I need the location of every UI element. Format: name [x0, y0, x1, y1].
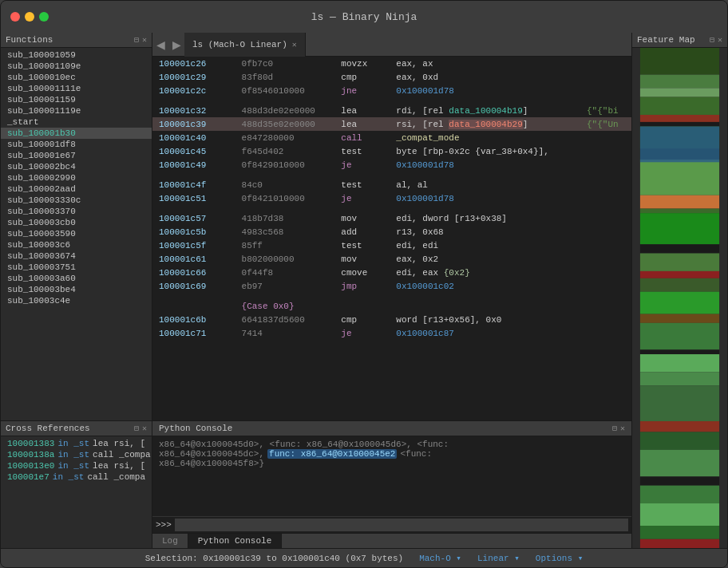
fmap-segment — [640, 97, 719, 115]
console-tab[interactable]: Log — [152, 534, 188, 548]
function-item[interactable]: sub_100003330c — [1, 195, 152, 206]
xref-item[interactable]: 10000138ain _stcall _compa — [1, 449, 152, 460]
minimize-button[interactable] — [25, 12, 34, 22]
table-row[interactable]: 100001c39 488d35e02e0000 lea rsi, [rel d… — [152, 117, 631, 131]
cell-comment — [580, 239, 631, 252]
table-row[interactable]: 100001c5f 85ff test edi, edi — [152, 239, 631, 252]
cell-comment — [580, 252, 631, 266]
functions-list[interactable]: sub_100001059sub_100001109esub_1000010ec… — [1, 48, 152, 420]
function-item[interactable]: sub_1000010ec — [1, 72, 152, 83]
xref-icon-1[interactable]: ⊟ — [134, 424, 139, 433]
function-item[interactable]: sub_100001df8 — [1, 139, 152, 150]
function-item[interactable]: sub_100002aad — [1, 183, 152, 195]
cell-ops: _compat_mode — [390, 131, 580, 144]
function-item[interactable]: sub_100001109e — [1, 61, 152, 72]
table-row[interactable]: 100001c71 7414 je 0x100001c87 — [152, 326, 631, 340]
function-item[interactable]: sub_100003370 — [1, 206, 152, 217]
table-row[interactable]: 100001c4f 84c0 test al, al — [152, 178, 631, 191]
function-item[interactable]: sub_100001111e — [1, 83, 152, 94]
functions-icon-2[interactable]: ✕ — [142, 35, 147, 45]
function-item[interactable]: sub_100001159 — [1, 94, 152, 105]
fmap-icon-2[interactable]: ✕ — [718, 35, 722, 45]
table-row[interactable]: 100001c32 488d3de02e0000 lea rdi, [rel d… — [152, 104, 631, 117]
cell-addr: 100001c45 — [152, 144, 235, 158]
right-panel: Feature Map ⊟ ✕ — [631, 33, 727, 548]
table-row[interactable]: 100001c45 f645d402 test byte [rbp-0x2c {… — [152, 144, 631, 158]
table-row[interactable] — [152, 293, 631, 299]
xref-label: Cross References — [6, 424, 90, 433]
cell-addr: 100001c5f — [152, 239, 235, 252]
function-item[interactable]: sub_10003c4e — [1, 295, 152, 306]
function-item[interactable]: sub_100003a60 — [1, 273, 152, 284]
fmap-segment — [640, 292, 719, 314]
cell-ops: r13, 0x68 — [390, 225, 580, 239]
cell-addr: 100001c32 — [152, 104, 235, 117]
console-icon-2[interactable]: ✕ — [620, 424, 625, 433]
cell-ops: rsi, [rel data_100004b29] — [390, 117, 580, 131]
status-view[interactable]: Linear ▾ — [477, 553, 520, 563]
table-row[interactable]: 100001c66 0f44f8 cmove edi, eax {0x2} — [152, 266, 631, 279]
op-addr: 0x100001d78 — [396, 194, 454, 203]
function-item[interactable]: sub_100001b30 — [1, 128, 152, 139]
table-row[interactable]: {Case 0x0} — [152, 299, 631, 313]
fmap-icon-1[interactable]: ⊟ — [710, 35, 714, 45]
console-icon-1[interactable]: ⊟ — [612, 424, 617, 433]
function-item[interactable]: sub_100003674 — [1, 250, 152, 262]
table-row[interactable] — [152, 172, 631, 178]
functions-icon-1[interactable]: ⊟ — [134, 35, 139, 45]
maximize-button[interactable] — [39, 12, 49, 22]
function-item[interactable]: sub_100003be4 — [1, 284, 152, 295]
table-row[interactable]: 100001c26 0fb7c0 movzx eax, ax — [152, 57, 631, 70]
table-row[interactable]: 100001c29 83f80d cmp eax, 0xd — [152, 70, 631, 84]
cell-mnem: cmp — [334, 70, 390, 84]
feature-map-header-icons: ⊟ ✕ — [710, 35, 722, 45]
cell-comment — [580, 158, 631, 172]
function-item[interactable]: sub_100003751 — [1, 262, 152, 273]
center-panel: ◀ ▶ ls (Mach-O Linear) ✕ 100001c26 0fb7c… — [152, 33, 631, 548]
table-row[interactable] — [152, 97, 631, 104]
cell-bytes: 488d3de02e0000 — [235, 104, 335, 117]
table-row[interactable]: 100001c6b 6641837d5600 cmp word [r13+0x5… — [152, 313, 631, 326]
cell-comment — [580, 266, 631, 279]
function-item[interactable]: sub_100003c6 — [1, 239, 152, 250]
function-item[interactable]: sub_100002990 — [1, 172, 152, 183]
status-options[interactable]: Options ▾ — [536, 553, 583, 563]
table-row[interactable]: 100001c49 0f8429010000 je 0x100001d78 — [152, 158, 631, 172]
table-row[interactable]: 100001c61 b802000000 mov eax, 0x2 — [152, 252, 631, 266]
cell-ops: eax, 0xd — [390, 70, 580, 84]
console-line: x86_64@0x1000045dc>, func: x86_64@0x1000… — [159, 449, 625, 459]
left-panel: Functions ⊟ ✕ sub_100001059sub_100001109… — [1, 33, 152, 548]
table-row[interactable]: 100001c5b 4983c568 add r13, 0x68 — [152, 225, 631, 239]
table-row[interactable] — [152, 205, 631, 211]
tab-close-icon[interactable]: ✕ — [292, 40, 297, 49]
tab-disasm[interactable]: ls (Mach-O Linear) ✕ — [184, 33, 306, 57]
function-item[interactable]: _start — [1, 116, 152, 128]
cell-mnem: je — [334, 158, 390, 172]
xref-icon-2[interactable]: ✕ — [142, 424, 147, 433]
console-tab[interactable]: Python Console — [188, 534, 282, 548]
function-item[interactable]: sub_100001059 — [1, 49, 152, 61]
disasm-view[interactable]: 100001c26 0fb7c0 movzx eax, ax 100001c29… — [152, 57, 631, 420]
tab-back-button[interactable]: ◀ — [152, 33, 168, 57]
console-input[interactable] — [175, 519, 628, 531]
close-button[interactable] — [10, 12, 20, 22]
xref-item[interactable]: 1000013e0in _stlea rsi, [ — [1, 460, 152, 471]
xref-list[interactable]: 100001383in _stlea rsi, [10000138ain _st… — [1, 436, 152, 548]
cell-ops: edi, edi — [390, 239, 580, 252]
function-item[interactable]: sub_100003590 — [1, 228, 152, 239]
function-item[interactable]: sub_100001e67 — [1, 150, 152, 161]
table-row[interactable]: 100001c51 0f8421010000 je 0x100001d78 — [152, 191, 631, 205]
table-row[interactable]: 100001c57 418b7d38 mov edi, dword [r13+0… — [152, 211, 631, 225]
xref-item[interactable]: 100001e7in _stcall _compa — [1, 471, 152, 483]
function-item[interactable]: sub_100001119e — [1, 105, 152, 116]
status-arch[interactable]: Mach-O ▾ — [419, 553, 461, 563]
xref-item[interactable]: 100001383in _stlea rsi, [ — [1, 438, 152, 449]
cell-bytes: 83f80d — [235, 70, 335, 84]
table-row[interactable]: 100001c69 eb97 jmp 0x100001c02 — [152, 279, 631, 293]
cell-comment — [580, 131, 631, 144]
function-item[interactable]: sub_100002bc4 — [1, 161, 152, 172]
table-row[interactable]: 100001c2c 0f8546010000 jne 0x100001d78 — [152, 84, 631, 97]
tab-forward-button[interactable]: ▶ — [168, 33, 184, 57]
function-item[interactable]: sub_100003cb0 — [1, 217, 152, 228]
table-row[interactable]: 100001c40 e847280000 call _compat_mode — [152, 131, 631, 144]
